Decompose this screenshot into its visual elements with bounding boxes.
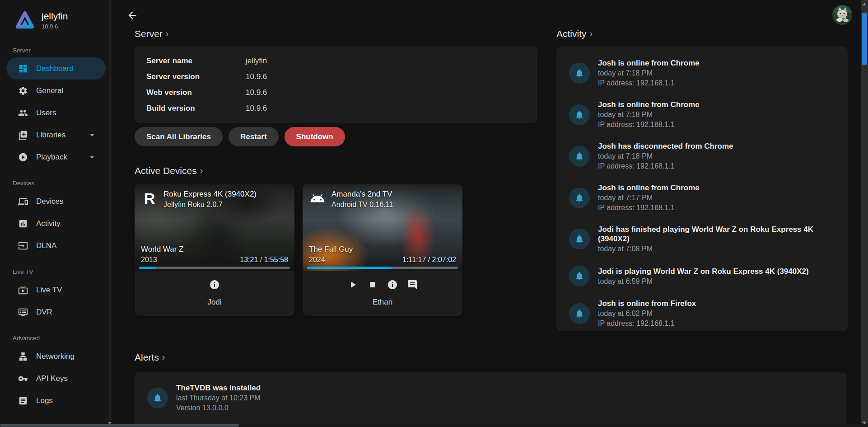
device-card-android-tv[interactable]: Amanda's 2nd TV Android TV 0.16.11 The F… [303, 184, 462, 316]
back-button[interactable] [126, 9, 139, 23]
device-card-roku[interactable]: R Roku Express 4K (3940X2) Jellyfin Roku… [135, 184, 294, 316]
users-icon [18, 108, 28, 118]
vertical-scrollbar[interactable] [861, 0, 868, 427]
user-avatar[interactable] [832, 5, 852, 25]
activity-entry-text: Jodi is playing World War Z on Roku Expr… [598, 267, 809, 286]
device-card-footer: Jodi [135, 271, 294, 316]
now-playing-backdrop: Amanda's 2nd TV Android TV 0.16.11 The F… [303, 184, 462, 271]
horizontal-scrollbar[interactable] [0, 424, 868, 427]
activity-ip: IP address: 192.168.1.1 [598, 78, 700, 88]
info-value: 10.9.6 [246, 104, 267, 113]
restart-button[interactable]: Restart [229, 127, 279, 146]
sidebar-item-label: General [36, 86, 63, 95]
server-info-row: Server version 10.9.6 [135, 70, 537, 84]
activity-ip: IP address: 192.168.1.1 [598, 319, 696, 328]
message-icon[interactable] [407, 279, 418, 290]
playback-progress-fill [307, 267, 392, 269]
horizontal-scrollbar-thumb[interactable] [0, 424, 239, 427]
activity-entry: Josh is online from Firefox today at 6:0… [569, 299, 835, 328]
sidebar-item-label: DLNA [36, 241, 56, 250]
info-icon[interactable] [209, 279, 220, 290]
media-year: 2024 [309, 256, 353, 264]
device-header-text: Amanda's 2nd TV Android TV 0.16.11 [331, 190, 393, 209]
now-playing-meta: World War Z 2013 13:21 / 1:55:58 [141, 245, 288, 264]
activity-title: Josh is online from Chrome [598, 183, 700, 192]
scroll-up-arrow[interactable] [863, 3, 866, 5]
device-card-footer: Ethan [303, 271, 462, 316]
active-devices-heading[interactable]: Active Devices › [135, 165, 203, 176]
chevron-right-icon: › [200, 165, 203, 176]
sidebar-scrollbar[interactable] [109, 0, 111, 427]
sidebar-item-logs[interactable]: Logs [6, 389, 106, 412]
activity-title: Jodi is playing World War Z on Roku Expr… [598, 267, 809, 276]
sidebar-item-label: Users [36, 108, 56, 117]
activity-time: today at 7:18 PM [598, 151, 733, 161]
info-value: 10.9.6 [246, 72, 267, 81]
now-playing-backdrop: R Roku Express 4K (3940X2) Jellyfin Roku… [135, 184, 294, 271]
alert-entry: TheTVDB was installed last Thursday at 1… [147, 383, 835, 413]
sidebar-item-label: Dashboard [36, 64, 74, 73]
playback-time: 1:11:17 / 2:07:02 [402, 256, 456, 264]
sidebar-item-label: Playback [36, 153, 67, 162]
sidebar-item-users[interactable]: Users [6, 102, 106, 124]
device-card-header: R Roku Express 4K (3940X2) Jellyfin Roku… [135, 184, 294, 220]
stop-icon[interactable] [367, 279, 378, 290]
sidebar-item-dvr[interactable]: DVR [6, 301, 106, 323]
live-tv-icon [18, 285, 28, 295]
activity-heading[interactable]: Activity › [556, 28, 593, 39]
shutdown-button[interactable]: Shutdown [285, 127, 345, 146]
chevron-down-icon[interactable] [88, 131, 97, 140]
info-icon[interactable] [387, 279, 398, 290]
activity-title: Josh has disconnected from Chrome [598, 141, 733, 151]
sidebar-item-networking[interactable]: Networking [6, 345, 106, 367]
chevron-right-icon: › [162, 352, 165, 362]
active-devices-list: R Roku Express 4K (3940X2) Jellyfin Roku… [135, 184, 462, 316]
scan-all-libraries-button[interactable]: Scan All Libraries [135, 127, 223, 146]
bell-avatar [569, 104, 590, 125]
section-title: Active Devices [135, 165, 197, 176]
media-year: 2013 [141, 256, 183, 264]
bell-avatar [569, 229, 590, 249]
sidebar-item-dlna[interactable]: DLNA [6, 235, 106, 257]
sidebar-item-general[interactable]: General [6, 80, 106, 102]
sidebar-item-dashboard[interactable]: Dashboard [6, 57, 106, 80]
app-logo[interactable]: jellyfin 10.9.6 [0, 0, 112, 35]
sidebar-item-devices[interactable]: Devices [6, 190, 106, 212]
section-title: Activity [556, 28, 587, 39]
server-section-heading[interactable]: Server › [135, 28, 169, 39]
alerts-heading[interactable]: Alerts › [135, 352, 165, 363]
alert-title: TheTVDB was installed [176, 383, 261, 393]
chevron-down-icon[interactable] [88, 153, 97, 162]
activity-ip: IP address: 192.168.1.1 [598, 161, 733, 171]
info-label: Server version [146, 72, 246, 81]
sidebar-item-activity[interactable]: Activity [6, 212, 106, 235]
sidebar-item-live-tv[interactable]: Live TV [6, 279, 106, 301]
vertical-scrollbar-thumb[interactable] [862, 13, 867, 65]
device-card-header: Amanda's 2nd TV Android TV 0.16.11 [303, 184, 462, 220]
activity-entry: Jodi has finished playing World War Z on… [569, 225, 835, 253]
server-actions: Scan All Libraries Restart Shutdown [135, 127, 345, 146]
android-robot-icon [309, 190, 326, 207]
now-playing-meta: The Fall Guy 2024 1:11:17 / 2:07:02 [309, 245, 456, 264]
sidebar-item-label: DVR [36, 308, 52, 317]
device-name: Roku Express 4K (3940X2) [163, 190, 257, 199]
activity-entry: Josh is online from Chrome today at 7:18… [569, 58, 835, 88]
sidebar-item-api-keys[interactable]: API Keys [6, 367, 106, 389]
sidebar-section-server: Server [0, 35, 112, 57]
activity-entry-text: Josh has disconnected from Chrome today … [598, 141, 733, 171]
sidebar-item-libraries[interactable]: Libraries [6, 124, 106, 146]
jellyfin-logo-icon [14, 10, 35, 31]
bell-avatar [569, 303, 590, 324]
sidebar-section-advanced: Advanced [0, 323, 112, 345]
roku-logo-icon: R [141, 190, 158, 207]
activity-card: Josh is online from Chrome today at 7:18… [556, 47, 848, 331]
activity-entry-text: Jodi has finished playing World War Z on… [598, 225, 835, 253]
server-info-row: Web version 10.9.6 [135, 86, 537, 99]
bell-icon [574, 234, 584, 244]
jellyfin-dashboard: jellyfin 10.9.6 Server Dashboard General… [0, 0, 868, 427]
play-circle-icon [18, 152, 28, 162]
sidebar-item-playback[interactable]: Playback [6, 146, 106, 168]
activity-title: Josh is online from Firefox [598, 299, 696, 308]
play-icon[interactable] [347, 279, 358, 290]
app-version: 10.9.6 [42, 23, 68, 30]
